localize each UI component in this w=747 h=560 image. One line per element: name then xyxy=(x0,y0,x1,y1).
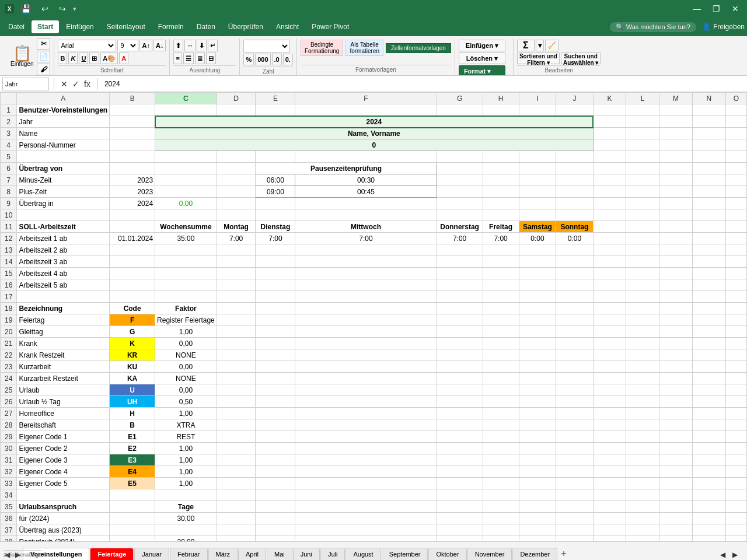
cell-f14[interactable] xyxy=(295,256,437,268)
cell-c36[interactable]: 30,00 xyxy=(155,513,217,524)
cell-o13[interactable] xyxy=(725,244,746,256)
cell-i29[interactable] xyxy=(519,431,556,443)
cell-o22[interactable] xyxy=(725,349,746,361)
cell-m19[interactable] xyxy=(659,314,692,326)
cell-j38[interactable] xyxy=(556,536,593,542)
cell-b14[interactable] xyxy=(110,256,155,268)
cell-e17[interactable] xyxy=(256,291,295,303)
cell-m12[interactable] xyxy=(659,233,692,244)
cell-k17[interactable] xyxy=(593,291,626,303)
cell-k24[interactable] xyxy=(593,373,626,384)
cell-c15[interactable] xyxy=(155,268,217,279)
cell-g25[interactable] xyxy=(437,384,483,396)
cell-g27[interactable] xyxy=(437,408,483,419)
cell-g36[interactable] xyxy=(437,513,483,524)
cell-d27[interactable] xyxy=(217,408,256,419)
cell-m34[interactable] xyxy=(659,489,692,501)
cell-j6[interactable] xyxy=(556,163,593,174)
cell-i22[interactable] xyxy=(519,349,556,361)
cell-e15[interactable] xyxy=(256,268,295,279)
cell-d37[interactable] xyxy=(217,524,256,536)
cell-h8[interactable] xyxy=(483,186,519,198)
cell-e28[interactable] xyxy=(256,419,295,431)
cell-o34[interactable] xyxy=(725,489,746,501)
cell-c11[interactable]: Wochensumme xyxy=(155,221,217,233)
cell-m2[interactable] xyxy=(659,116,692,128)
cell-j18[interactable] xyxy=(556,303,593,314)
cell-d15[interactable] xyxy=(217,268,256,279)
cell-d34[interactable] xyxy=(217,489,256,501)
cell-l15[interactable] xyxy=(626,268,659,279)
cell-n16[interactable] xyxy=(692,279,725,291)
cell-f13[interactable] xyxy=(295,244,437,256)
cell-n7[interactable] xyxy=(692,174,725,186)
cell-l30[interactable] xyxy=(626,443,659,454)
sheet-tab-august[interactable]: August xyxy=(345,548,381,560)
cell-n15[interactable] xyxy=(692,268,725,279)
cell-a21[interactable]: Krank xyxy=(17,338,110,349)
cell-c19[interactable]: Register Feiertage xyxy=(155,314,217,326)
cell-i37[interactable] xyxy=(519,524,556,536)
cell-b29[interactable]: E1 xyxy=(110,431,155,443)
cell-l37[interactable] xyxy=(626,524,659,536)
cell-b30[interactable]: E2 xyxy=(110,443,155,454)
cell-k13[interactable] xyxy=(593,244,626,256)
cell-b25[interactable]: U xyxy=(110,384,155,396)
cell-b3[interactable] xyxy=(110,128,155,139)
cell-h32[interactable] xyxy=(483,466,519,478)
cell-e34[interactable] xyxy=(256,489,295,501)
cell-c21[interactable]: 0,00 xyxy=(155,338,217,349)
cell-m29[interactable] xyxy=(659,431,692,443)
cell-o11[interactable] xyxy=(725,221,746,233)
cell-g37[interactable] xyxy=(437,524,483,536)
cell-n37[interactable] xyxy=(692,524,725,536)
cell-o8[interactable] xyxy=(725,186,746,198)
cell-n4[interactable] xyxy=(692,139,725,151)
cell-d32[interactable] xyxy=(217,466,256,478)
cell-b17[interactable] xyxy=(110,291,155,303)
cell-o2[interactable] xyxy=(725,116,746,128)
scroll-right-btn[interactable]: ▶ xyxy=(730,550,740,560)
cell-i31[interactable] xyxy=(519,454,556,466)
cell-d21[interactable] xyxy=(217,338,256,349)
cell-i8[interactable] xyxy=(519,186,556,198)
cell-a14[interactable]: Arbeitszeit 3 ab xyxy=(17,256,110,268)
cell-a24[interactable]: Kurzarbeit Restzeit xyxy=(17,373,110,384)
cell-o4[interactable] xyxy=(725,139,746,151)
cell-k32[interactable] xyxy=(593,466,626,478)
cell-n34[interactable] xyxy=(692,489,725,501)
cell-b19[interactable]: F xyxy=(110,314,155,326)
cell-m22[interactable] xyxy=(659,349,692,361)
cell-a19[interactable]: Feiertag xyxy=(17,314,110,326)
cell-f33[interactable] xyxy=(295,478,437,489)
cell-n22[interactable] xyxy=(692,349,725,361)
cell-j13[interactable] xyxy=(556,244,593,256)
cell-g34[interactable] xyxy=(437,489,483,501)
font-name-select[interactable]: Arial xyxy=(58,40,116,51)
cell-f35[interactable] xyxy=(295,501,437,513)
cell-l32[interactable] xyxy=(626,466,659,478)
sheet-tab-januar[interactable]: Januar xyxy=(134,548,169,560)
col-header-g[interactable]: G xyxy=(437,93,483,104)
cell-h10[interactable] xyxy=(483,209,519,221)
cell-a15[interactable]: Arbeitszeit 4 ab xyxy=(17,268,110,279)
cell-b38[interactable] xyxy=(110,536,155,542)
cell-k33[interactable] xyxy=(593,478,626,489)
cell-m6[interactable] xyxy=(659,163,692,174)
cell-d7[interactable] xyxy=(217,174,256,186)
cell-i7[interactable] xyxy=(519,174,556,186)
cell-i19[interactable] xyxy=(519,314,556,326)
cell-f7[interactable]: 00:30 xyxy=(295,174,437,186)
cell-a17[interactable] xyxy=(17,291,110,303)
cell-o1[interactable] xyxy=(725,104,746,116)
cell-e26[interactable] xyxy=(256,396,295,408)
cell-e32[interactable] xyxy=(256,466,295,478)
cell-h6[interactable] xyxy=(483,163,519,174)
cell-o14[interactable] xyxy=(725,256,746,268)
cell-o23[interactable] xyxy=(725,361,746,373)
cell-n14[interactable] xyxy=(692,256,725,268)
cell-e37[interactable] xyxy=(256,524,295,536)
cell-h33[interactable] xyxy=(483,478,519,489)
cell-f11[interactable]: Mittwoch xyxy=(295,221,437,233)
fill-btn[interactable]: ▾ xyxy=(536,40,544,51)
